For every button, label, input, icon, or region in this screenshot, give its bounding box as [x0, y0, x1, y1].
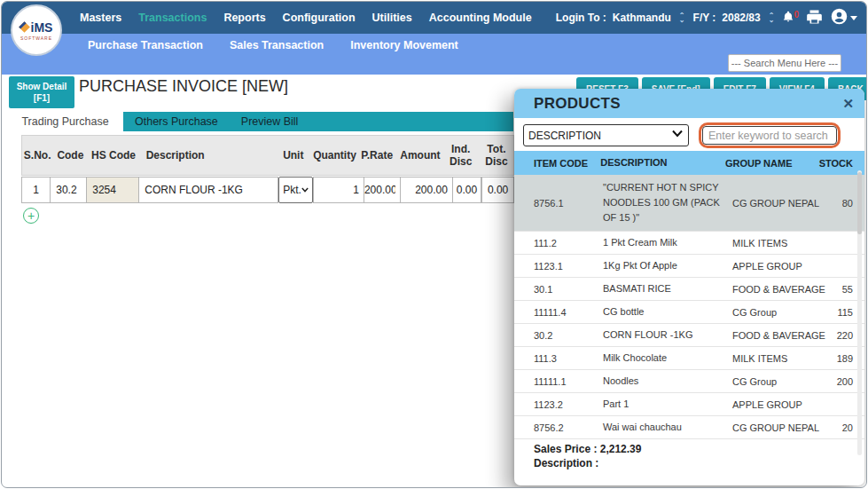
sub-navbar: Purchase Transaction Sales Transaction I…	[2, 34, 866, 75]
submenu-purchase-transaction[interactable]: Purchase Transaction	[88, 39, 203, 51]
tab-preview-bill[interactable]: Preview Bill	[230, 112, 310, 131]
close-icon[interactable]: ✕	[842, 97, 854, 110]
product-group-name: APPLE GROUP	[732, 261, 830, 272]
unit-value: Pkt.	[283, 184, 301, 196]
product-group-name: APPLE GROUP	[732, 399, 830, 410]
submenu-sales-transaction[interactable]: Sales Transaction	[230, 39, 324, 51]
col-hs-code: HS Code	[88, 149, 138, 162]
amount-input[interactable]	[400, 177, 453, 203]
chevron-down-icon	[301, 187, 309, 193]
fy-label: F/Y :	[693, 12, 716, 24]
product-item-code: 30.2	[534, 330, 596, 341]
code-input[interactable]	[50, 177, 87, 203]
fy-value[interactable]: 2082/83	[722, 12, 760, 24]
quantity-input[interactable]	[313, 177, 364, 203]
product-description: "CURRENT HOT N SPICY NOODLES 100 GM (PAC…	[603, 180, 727, 225]
submenu-inventory-movement[interactable]: Inventory Movement	[350, 39, 458, 51]
description-label: Description :	[534, 456, 864, 470]
product-row[interactable]: 8756.1 "CURRENT HOT N SPICY NOODLES 100 …	[514, 175, 864, 232]
col-amount: Amount	[395, 149, 445, 162]
product-row[interactable]: 8756.2 Wai wai chauchau CG GROUP NEPAL 2…	[514, 416, 864, 439]
login-to-value[interactable]: Kathmandu	[613, 12, 671, 24]
ind-disc-cell: 0.00	[452, 177, 481, 203]
product-item-code: 111.2	[534, 238, 596, 248]
branch-spinner[interactable]: ⌃⌄	[679, 13, 685, 22]
product-row[interactable]: 30.2 CORN FLOUR -1KG FOOD & BAVERAGE 220	[514, 324, 864, 347]
product-list: 8756.1 "CURRENT HOT N SPICY NOODLES 100 …	[514, 175, 864, 439]
modal-scrollbar[interactable]	[857, 170, 862, 455]
brand-name: iMS	[31, 20, 53, 35]
add-row-button[interactable]: +	[23, 208, 39, 224]
sno-cell: 1	[21, 177, 51, 203]
product-group-name: CG Group	[732, 307, 830, 318]
search-highlight-ring	[699, 122, 841, 148]
menu-reports[interactable]: Reports	[223, 12, 265, 24]
col-item-code: ITEM CODE	[534, 158, 593, 169]
product-item-code: 30.1	[534, 284, 596, 295]
bell-icon	[782, 10, 794, 26]
product-description: 1Kg Pkt Of Apple	[603, 258, 727, 273]
account-menu-button[interactable]	[830, 7, 857, 28]
product-search-input[interactable]	[702, 126, 837, 145]
products-table-header: ITEM CODE DESCRIPTION GROUP NAME STOCK	[514, 151, 864, 175]
unit-select[interactable]: Pkt.	[278, 177, 313, 203]
fy-spinner[interactable]: ⌃⌄	[769, 13, 775, 22]
product-row[interactable]: 11111.4 CG bottle CG Group 115	[514, 301, 864, 324]
search-field-select[interactable]: DESCRIPTION	[523, 124, 689, 146]
products-modal-footer: Sales Price : 2,212.39 Description :	[514, 439, 864, 470]
page-title: PURCHASE INVOICE [NEW]	[79, 77, 288, 96]
user-icon	[830, 7, 848, 28]
product-item-code: 11111.4	[534, 307, 596, 318]
menu-configuration[interactable]: Configuration	[283, 12, 356, 24]
hs-code-input[interactable]	[86, 177, 139, 203]
col-stock: STOCK	[819, 158, 864, 169]
product-group-name: FOOD & BAVERAGE	[732, 284, 830, 295]
prate-input[interactable]	[364, 177, 401, 203]
menu-transactions[interactable]: Transactions	[138, 12, 207, 24]
product-row[interactable]: 11111.1 Noodles CG Group 200	[514, 370, 864, 393]
col-sno: S.No.	[22, 149, 52, 162]
description-input[interactable]	[138, 177, 278, 203]
product-row[interactable]: 30.1 BASMATI RICE FOOD & BAVERAGE 55	[514, 278, 864, 301]
col-quantity: Quantity	[310, 149, 359, 162]
products-filter-row: DESCRIPTION	[514, 118, 864, 151]
show-detail-line1: Show Detail	[17, 82, 67, 91]
invoice-grid: S.No. Code HS Code Description Unit Quan…	[21, 135, 514, 208]
tab-others-purchase[interactable]: Others Purchase	[123, 112, 230, 131]
col-unit: Unit	[277, 149, 310, 162]
grid-header: S.No. Code HS Code Description Unit Quan…	[21, 135, 514, 176]
product-row[interactable]: 111.2 1 Pkt Cream Milk MILK ITEMS	[514, 232, 864, 255]
menu-search-input[interactable]	[728, 54, 841, 72]
tab-trading-purchase[interactable]: Trading Purchase	[7, 112, 123, 131]
product-row[interactable]: 111.3 Milk Chocolate MILK ITEMS 189	[514, 347, 864, 370]
col-description: DESCRIPTION	[600, 155, 720, 170]
main-menu: Masters Transactions Reports Configurati…	[80, 2, 532, 34]
product-group-name: CG Group	[732, 376, 830, 387]
menu-masters[interactable]: Masters	[80, 12, 121, 24]
modal-scroll-thumb[interactable]	[857, 172, 862, 234]
login-to-label: Login To :	[556, 12, 606, 24]
product-group-name: CG GROUP NEPAL	[732, 422, 830, 433]
products-modal: PRODUCTS ✕ DESCRIPTION ITEM CODE DESCRIP…	[514, 89, 864, 485]
print-button[interactable]	[805, 8, 824, 28]
product-group-name: MILK ITEMS	[732, 353, 830, 364]
topnav-right-controls: Login To : Kathmandu ⌃⌄ F/Y : 2082/83 ⌃⌄…	[556, 2, 857, 34]
product-description: Noodles	[603, 374, 727, 389]
product-description: Part 1	[603, 397, 727, 412]
product-row[interactable]: 1123.1 1Kg Pkt Of Apple APPLE GROUP	[514, 255, 864, 278]
product-description: CG bottle	[603, 304, 727, 319]
notification-badge: 0	[794, 10, 799, 20]
product-row[interactable]: 1123.2 Part 1 APPLE GROUP	[514, 393, 864, 416]
sales-price-label: Sales Price :	[534, 443, 597, 455]
product-description: CORN FLOUR -1KG	[603, 327, 727, 343]
sales-price-value: 2,212.39	[600, 443, 642, 455]
notifications-button[interactable]: 0	[782, 10, 799, 26]
show-detail-button[interactable]: Show Detail [F1]	[9, 76, 74, 108]
invoice-row: 1 Pkt. 0.00 0.00	[21, 177, 514, 203]
product-group-name: FOOD & BAVERAGE	[732, 330, 830, 341]
col-group-name: GROUP NAME	[725, 158, 819, 169]
col-tot-disc: Tot. Disc	[480, 143, 513, 168]
menu-utilities[interactable]: Utilities	[372, 12, 412, 24]
product-item-code: 11111.1	[534, 376, 596, 387]
menu-accounting-module[interactable]: Accounting Module	[429, 12, 532, 24]
